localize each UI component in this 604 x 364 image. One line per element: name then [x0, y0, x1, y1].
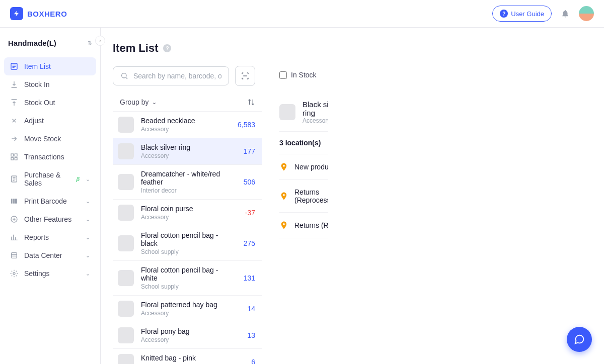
svg-rect-3 [11, 157, 14, 160]
item-category: Accessory [141, 310, 240, 317]
nav-item-list[interactable]: Item List [4, 57, 96, 75]
item-qty: 275 [244, 239, 255, 247]
plus-circle-icon [10, 215, 18, 223]
item-thumbnail [118, 205, 134, 221]
notifications-icon[interactable] [561, 9, 570, 18]
pin-icon [279, 221, 288, 230]
nav-print-barcode[interactable]: Print Barcode ⌄ [4, 192, 96, 210]
location-name: Returns (Reprocessing/Recycling) [294, 188, 328, 204]
item-qty: 13 [247, 331, 255, 339]
nav-stock-out[interactable]: Stock Out [4, 94, 96, 112]
nav-other-features[interactable]: Other Features ⌄ [4, 210, 96, 228]
nav-transactions[interactable]: Transactions [4, 148, 96, 166]
item-thumbnail [118, 270, 134, 286]
item-row[interactable]: Floral coin purse Accessory -37 [113, 199, 262, 226]
svg-rect-4 [15, 157, 17, 160]
nav-adjust[interactable]: Adjust [4, 112, 96, 130]
in-stock-label: In Stock [291, 71, 317, 79]
sidebar: Handmade(L) ⇅ ‹ Item List Stock In Stock… [0, 28, 101, 364]
item-row[interactable]: Knitted bag - pink Accessory 6 [113, 348, 262, 364]
help-icon[interactable]: ? [163, 44, 171, 52]
download-icon [10, 80, 18, 88]
item-name: Beaded necklace [141, 117, 231, 125]
item-thumbnail [118, 174, 134, 190]
item-row[interactable]: Floral pony bag Accessory 13 [113, 322, 262, 348]
location-name: Returns (Resale) [294, 221, 328, 229]
search-box[interactable] [113, 66, 229, 85]
location-row[interactable]: Returns (Resale) 23 [279, 213, 328, 238]
svg-rect-1 [11, 154, 14, 156]
svg-point-10 [122, 73, 126, 78]
nav-label: Purchase & Sales [24, 171, 68, 187]
user-guide-label: User Guide [511, 10, 544, 18]
item-name: Floral coin purse [141, 205, 238, 213]
item-thumbnail [118, 301, 134, 317]
nav-label: Move Stock [24, 135, 61, 143]
chevron-down-icon: ⌄ [152, 99, 157, 106]
location-row[interactable]: Returns (Reprocessing/Recycling) 12 [279, 180, 328, 213]
nav-data-center[interactable]: Data Center ⌄ [4, 246, 96, 264]
item-qty: 131 [244, 274, 255, 282]
data-icon [10, 251, 18, 259]
brand-text: BOXHERO [27, 10, 67, 18]
item-category: School supply [141, 283, 237, 290]
logo-icon [10, 7, 23, 20]
item-name: Floral pony bag [141, 327, 240, 335]
pin-icon [279, 162, 288, 171]
item-row[interactable]: Beaded necklace Accessory 6,583 [113, 111, 262, 138]
item-row[interactable]: Dreamcatcher - white/red feather Interio… [113, 164, 262, 199]
in-stock-checkbox[interactable] [279, 71, 287, 79]
item-category: Accessory [141, 336, 240, 343]
item-category: Accessory [141, 126, 231, 133]
location-row[interactable]: New product 142 [279, 154, 328, 180]
svg-rect-7 [12, 253, 17, 258]
search-input[interactable] [133, 72, 221, 80]
list-icon [10, 62, 18, 70]
pin-icon [279, 192, 288, 201]
location-name: New product [294, 163, 328, 171]
logo[interactable]: BOXHERO [10, 7, 67, 20]
chevron-down-icon: ⌄ [86, 176, 90, 183]
detail-item-header[interactable]: Black silver ring Accessory 177 › [279, 93, 328, 132]
group-by-label: Group by [120, 98, 149, 106]
item-name: Knitted bag - pink [141, 354, 244, 362]
document-icon [10, 175, 18, 183]
item-thumbnail [118, 235, 134, 251]
item-row[interactable]: Floral cotton pencil bag - white School … [113, 260, 262, 295]
scan-button[interactable] [235, 66, 255, 86]
user-guide-button[interactable]: ? User Guide [492, 6, 552, 22]
nav-purchase-sales[interactable]: Purchase & Sales β ⌄ [4, 166, 96, 192]
chevron-down-icon: ⌄ [86, 216, 90, 223]
nav-stock-in[interactable]: Stock In [4, 75, 96, 94]
item-thumbnail [118, 117, 134, 133]
nav-label: Settings [24, 269, 50, 278]
item-row[interactable]: Black silver ring Accessory 177 [113, 138, 262, 164]
nav-reports[interactable]: Reports ⌄ [4, 228, 96, 246]
item-category: Interior decor [141, 187, 237, 194]
sort-button[interactable] [247, 98, 255, 106]
detail-item-category: Accessory [303, 117, 328, 124]
nav-settings[interactable]: Settings ⌄ [4, 264, 96, 283]
upload-icon [10, 99, 18, 107]
group-by-button[interactable]: Group by ⌄ [120, 98, 157, 106]
beta-badge: β [77, 176, 80, 182]
collapse-sidebar-button[interactable]: ‹ [95, 36, 105, 46]
item-row[interactable]: Floral patterned hay bag Accessory 14 [113, 295, 262, 322]
nav-label: Other Features [24, 215, 71, 223]
team-selector[interactable]: Handmade(L) ⇅ [0, 32, 100, 54]
grid-icon [10, 153, 18, 161]
item-qty: -37 [245, 209, 255, 217]
item-row[interactable]: Floral cotton pencil bag - black School … [113, 226, 262, 260]
item-qty: 177 [244, 147, 255, 155]
chart-icon [10, 233, 18, 241]
item-name: Floral cotton pencil bag - black [141, 231, 237, 247]
nav-move-stock[interactable]: Move Stock [4, 130, 96, 148]
nav-label: Adjust [24, 117, 44, 125]
item-qty: 14 [247, 305, 255, 313]
item-thumbnail [118, 354, 134, 364]
nav-label: Stock In [24, 80, 50, 88]
sort-icon: ⇅ [88, 40, 92, 46]
avatar[interactable] [579, 6, 594, 21]
nav-label: Data Center [24, 251, 62, 259]
chat-fab[interactable] [567, 327, 592, 352]
